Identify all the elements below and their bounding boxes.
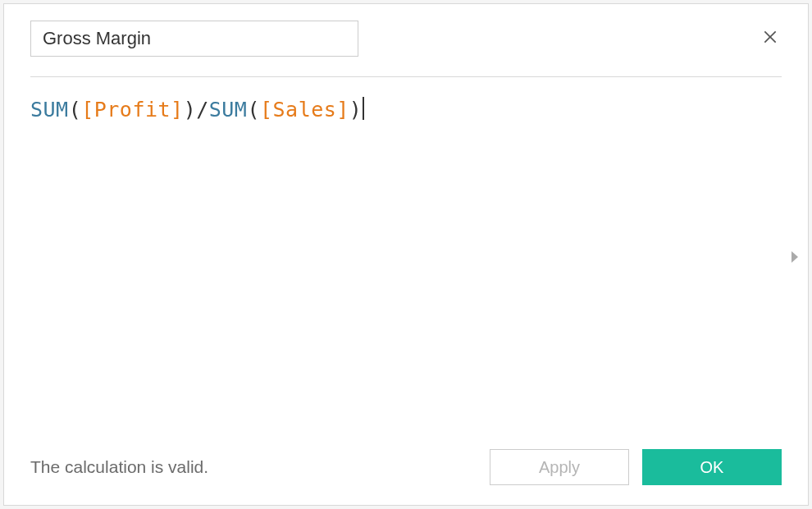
calculation-editor-dialog: SUM([Profit])/SUM([Sales]) The calculati… <box>3 3 809 506</box>
dialog-header <box>4 4 808 57</box>
footer-button-group: Apply OK <box>490 449 782 485</box>
text-cursor <box>363 97 364 120</box>
ok-button[interactable]: OK <box>642 449 782 485</box>
chevron-right-icon <box>789 250 801 268</box>
formula-token-punct: ) <box>349 98 363 122</box>
formula-content: SUM([Profit])/SUM([Sales]) <box>30 98 362 122</box>
expand-panel-button[interactable] <box>787 250 803 267</box>
close-button[interactable] <box>759 27 782 50</box>
validation-status: The calculation is valid. <box>30 457 208 477</box>
formula-token-punct: ( <box>247 98 260 122</box>
close-icon <box>762 29 778 48</box>
formula-token-field: [Sales] <box>260 98 349 122</box>
formula-editor[interactable]: SUM([Profit])/SUM([Sales]) <box>4 77 808 449</box>
calculation-name-input[interactable] <box>30 21 358 57</box>
formula-token-field: [Profit] <box>81 98 183 122</box>
formula-token-func: SUM <box>30 98 69 122</box>
svg-marker-2 <box>791 251 798 263</box>
formula-token-func: SUM <box>209 98 248 122</box>
dialog-footer: The calculation is valid. Apply OK <box>4 449 808 505</box>
formula-token-punct: ) <box>184 98 197 122</box>
apply-button[interactable]: Apply <box>490 449 629 485</box>
formula-token-punct: / <box>196 98 209 122</box>
formula-token-punct: ( <box>69 98 82 122</box>
